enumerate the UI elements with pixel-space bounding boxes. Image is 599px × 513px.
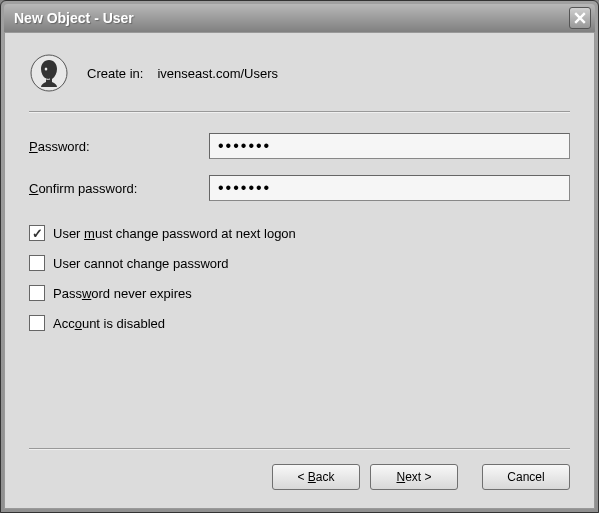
must-change-label: User must change password at next logon	[53, 226, 296, 241]
password-input[interactable]	[209, 133, 570, 159]
must-change-row: User must change password at next logon	[29, 225, 570, 241]
close-icon	[574, 12, 586, 24]
never-expires-row: Password never expires	[29, 285, 570, 301]
cannot-change-row: User cannot change password	[29, 255, 570, 271]
titlebar: New Object - User	[4, 4, 595, 32]
header-row: Create in: ivenseast.com/Users	[29, 53, 570, 93]
must-change-checkbox[interactable]	[29, 225, 45, 241]
window-title: New Object - User	[14, 10, 134, 26]
account-disabled-row: Account is disabled	[29, 315, 570, 331]
button-divider	[29, 448, 570, 450]
divider	[29, 111, 570, 113]
back-button[interactable]: < Back	[272, 464, 360, 490]
svg-point-1	[45, 67, 48, 70]
next-button[interactable]: Next >	[370, 464, 458, 490]
never-expires-label: Password never expires	[53, 286, 192, 301]
create-in-path: ivenseast.com/Users	[157, 66, 278, 81]
never-expires-checkbox[interactable]	[29, 285, 45, 301]
close-button[interactable]	[569, 7, 591, 29]
cancel-button[interactable]: Cancel	[482, 464, 570, 490]
password-row: Password:	[29, 133, 570, 159]
dialog-content: Create in: ivenseast.com/Users Password:…	[4, 32, 595, 509]
user-head-icon	[29, 53, 69, 93]
dialog-window: New Object - User Create in: ivenseast.c…	[0, 0, 599, 513]
cannot-change-label: User cannot change password	[53, 256, 229, 271]
account-disabled-label: Account is disabled	[53, 316, 165, 331]
confirm-password-label: Confirm password:	[29, 181, 209, 196]
button-row: < Back Next > Cancel	[29, 464, 570, 490]
account-disabled-checkbox[interactable]	[29, 315, 45, 331]
create-in-label: Create in:	[87, 66, 143, 81]
cannot-change-checkbox[interactable]	[29, 255, 45, 271]
confirm-password-input[interactable]	[209, 175, 570, 201]
create-in-row: Create in: ivenseast.com/Users	[87, 66, 278, 81]
confirm-password-row: Confirm password:	[29, 175, 570, 201]
password-label: Password:	[29, 139, 209, 154]
